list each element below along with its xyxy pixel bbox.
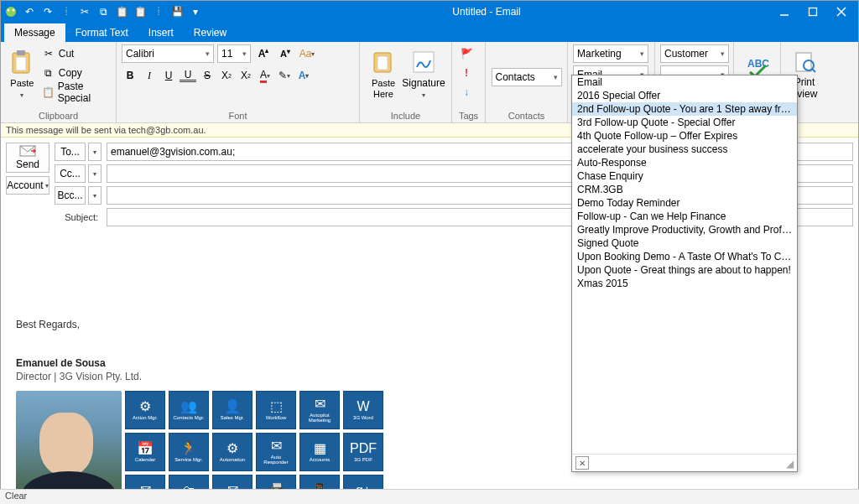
maximize-button[interactable] [799,3,826,20]
title-bar: ↶ ↷ ⦙ ✂ ⧉ 📋 📋 ⦙ 💾 ▾ Untitled - Email [1,1,858,22]
superscript-icon[interactable]: X2 [218,66,235,85]
italic-icon[interactable]: I [141,66,158,85]
sig-tile[interactable]: ⚙Action Mgr. [125,391,165,429]
template-option[interactable]: accelerate your business success [572,143,797,156]
tab-review[interactable]: Review [184,23,237,42]
font-family-combo[interactable]: Calibri▾ [122,44,214,63]
contacts-combo[interactable]: Contacts▾ [492,68,562,86]
sig-tile[interactable]: ✉Autopilot Marketing [299,391,340,429]
copy-icon[interactable]: ⧉ [96,5,110,18]
group-font: Calibri▾ 11▾ A▴ A▾ Aa▾ B I U U S X2 X2 A… [117,42,360,122]
sig-tile[interactable]: PDF3G PDF [343,433,383,471]
strikethrough-icon[interactable]: S [199,66,216,85]
sig-tile[interactable]: ▦Accounts [299,433,340,471]
svg-line-16 [812,69,815,72]
subject-label: Subject: [55,212,102,222]
to-button[interactable]: To... [55,143,86,161]
template-option[interactable]: Upon Quote - Great things are about to h… [572,263,797,277]
template-option[interactable]: Auto-Response [572,156,797,169]
template-option[interactable]: 2nd Follow-up Quote - You are 1 Step awa… [572,102,797,116]
sig-tile[interactable]: W3G Word [343,391,383,429]
bcc-picker-button[interactable]: ▾ [88,186,102,205]
cc-button[interactable]: Cc... [55,164,86,183]
template-option[interactable]: Signed Quote [572,236,797,250]
signature-button[interactable]: Signature ▾ [405,44,442,103]
quick-access-toolbar: ↶ ↷ ⦙ ✂ ⧉ 📋 📋 ⦙ 💾 ▾ [4,5,202,18]
group-include: Paste Here Signature ▾ Include [360,42,452,122]
double-underline-icon[interactable]: U [180,69,196,82]
bcc-button[interactable]: Bcc... [55,186,86,205]
copy-button[interactable]: ⧉Copy [42,64,111,82]
grow-font-icon[interactable]: A▴ [254,44,273,63]
sig-tile[interactable]: ✉Auto Responder [256,433,296,471]
template-option[interactable]: Follow-up - Can we Help Finance [572,210,797,223]
svg-rect-8 [17,50,25,55]
app-icon [4,5,18,18]
paste-here-button[interactable]: Paste Here [365,44,402,103]
sig-tile[interactable]: 👥Contacts Mgr. [169,391,209,429]
paste-all-icon[interactable]: 📋 [133,5,147,18]
dropdown-close-icon[interactable]: ✕ [575,456,589,470]
cc-picker-button[interactable]: ▾ [88,164,102,183]
template-category-combo[interactable]: Marketing▾ [573,44,648,63]
svg-text:ABC: ABC [747,58,769,70]
template-dropdown[interactable]: Email2016 Special Offer2nd Follow-up Quo… [571,75,798,472]
separator-icon: ⦙ [60,5,73,18]
redo-icon[interactable]: ↷ [41,5,55,18]
svg-point-0 [6,7,16,17]
sig-tile-grid: ⚙Action Mgr.👥Contacts Mgr.👤Sales Mgr.⬚Wo… [125,391,383,504]
bold-icon[interactable]: B [122,66,138,85]
tab-format-text[interactable]: Format Text [65,23,138,42]
clear-format-icon[interactable]: Aa▾ [298,44,316,63]
font-size-combo[interactable]: 11▾ [217,44,251,63]
subscript-icon[interactable]: X2 [237,66,254,85]
template-option[interactable]: Xmas 2015 [572,277,797,290]
template-option[interactable]: CRM.3GB [572,183,797,196]
close-button[interactable] [828,3,855,20]
svg-rect-14 [796,53,811,71]
importance-high-icon[interactable]: ! [457,64,476,82]
template-option[interactable]: Demo Today Reminder [572,196,797,210]
paste-button[interactable]: Paste ▾ [6,44,39,103]
template-option[interactable]: 3rd Follow-up Quote - Special Offer [572,116,797,129]
separator-icon: ⦙ [152,5,165,18]
window-title: Untitled - Email [202,6,771,18]
tab-message[interactable]: Message [4,23,65,42]
dropdown-resize-grip[interactable]: ◢ [786,458,794,470]
sig-tile[interactable]: ⚙Automation [212,433,252,471]
text-effects-icon[interactable]: A▾ [295,66,312,85]
customer-combo[interactable]: Customer▾ [660,44,729,63]
cut-icon[interactable]: ✂ [78,5,91,18]
account-button[interactable]: Account▾ [6,176,49,195]
save-icon[interactable]: 💾 [170,5,184,18]
qat-more-icon[interactable]: ▾ [189,5,202,18]
undo-icon[interactable]: ↶ [23,5,36,18]
svg-point-2 [13,8,15,11]
send-button[interactable]: Send [6,143,49,173]
flag-icon[interactable]: 🚩 [457,44,476,63]
template-option[interactable]: Greatly Improve Productivity, Growth and… [572,223,797,236]
window-controls [771,3,855,20]
tab-insert[interactable]: Insert [138,23,184,42]
sig-tile[interactable]: 👤Sales Mgr. [212,391,252,429]
highlight-icon[interactable]: ✎▾ [276,66,293,85]
paste-icon[interactable]: 📋 [115,5,128,18]
template-option[interactable]: 2016 Special Offer [572,89,797,102]
svg-rect-4 [810,8,817,15]
template-option[interactable]: 4th Quote Follow-up – Offer Expires [572,129,797,143]
template-option[interactable]: Chase Enquiry [572,169,797,183]
sig-tile[interactable]: 📅Calendar [125,433,165,471]
to-picker-button[interactable]: ▾ [88,143,102,161]
paste-special-button[interactable]: 📋Paste Special [42,83,111,101]
font-color-icon[interactable]: A▾ [257,66,273,85]
importance-low-icon[interactable]: ↓ [457,83,476,101]
sig-tile[interactable]: 🏃Service Mgr. [169,433,209,471]
svg-rect-11 [377,56,388,70]
template-option[interactable]: Email [572,75,797,89]
template-option[interactable]: Upon Booking Demo - A Taste Of What's To… [572,250,797,263]
underline-icon[interactable]: U [160,66,177,85]
minimize-button[interactable] [771,3,798,20]
sig-tile[interactable]: ⬚Workflow [256,391,296,429]
shrink-font-icon[interactable]: A▾ [276,44,294,63]
cut-button[interactable]: ✂Cut [42,44,111,63]
